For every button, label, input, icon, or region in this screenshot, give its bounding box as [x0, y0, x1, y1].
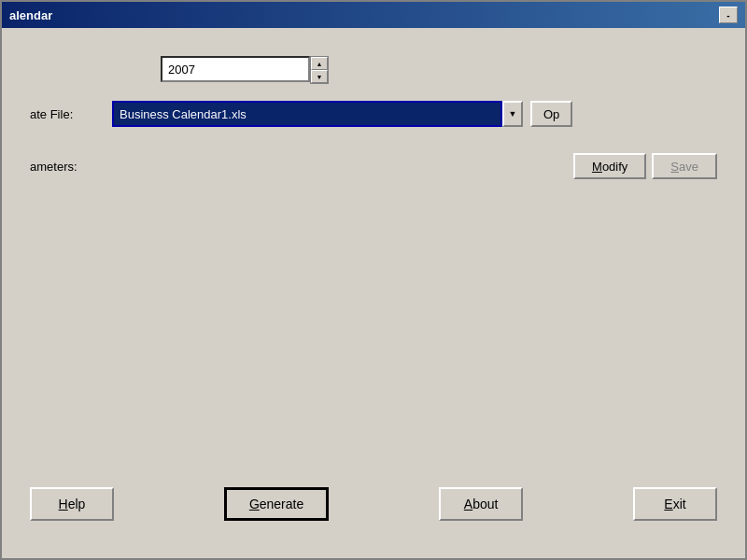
template-file-row: ate File: ▼ Op: [30, 101, 717, 127]
parameters-label: ameters:: [30, 160, 105, 174]
template-combo: ▼: [112, 101, 523, 127]
template-dropdown-button[interactable]: ▼: [502, 101, 523, 127]
window-content: ▲ ▼ ate File: ▼ Op ameters:: [2, 28, 745, 558]
template-file-input[interactable]: [112, 101, 502, 127]
about-underline: A: [464, 497, 472, 511]
parameters-row: ameters: Modify Save: [30, 153, 717, 179]
title-bar: alendar -: [2, 2, 745, 28]
minimize-button[interactable]: -: [719, 7, 738, 23]
help-button[interactable]: Help: [30, 487, 114, 521]
main-window: alendar - ▲ ▼ ate File:: [0, 0, 747, 560]
window-title: alendar: [9, 8, 52, 22]
open-button[interactable]: Op: [530, 101, 572, 127]
year-spinner: ▲ ▼: [310, 56, 329, 84]
exit-button[interactable]: Exit: [633, 487, 717, 521]
generate-button[interactable]: Generate: [224, 487, 329, 521]
window-controls: -: [719, 7, 738, 23]
help-underline: H: [59, 497, 68, 511]
year-decrement-button[interactable]: ▼: [311, 70, 328, 83]
year-spinner-container: ▲ ▼: [161, 56, 329, 84]
modify-button[interactable]: Modify: [573, 153, 646, 179]
year-row: ▲ ▼: [30, 56, 717, 84]
exit-underline: E: [664, 497, 672, 511]
generate-underline: G: [249, 497, 260, 511]
save-underline: S: [670, 160, 679, 174]
about-button[interactable]: About: [439, 487, 523, 521]
bottom-buttons: Help Generate About Exit: [30, 478, 717, 539]
year-input[interactable]: [161, 56, 310, 82]
year-increment-button[interactable]: ▲: [311, 57, 328, 70]
top-section: ▲ ▼ ate File: ▼ Op ameters:: [30, 56, 717, 179]
save-button[interactable]: Save: [652, 153, 717, 179]
modify-underline: M: [592, 160, 602, 174]
template-file-label: ate File:: [30, 107, 105, 121]
modify-save-group: Modify Save: [573, 153, 717, 179]
